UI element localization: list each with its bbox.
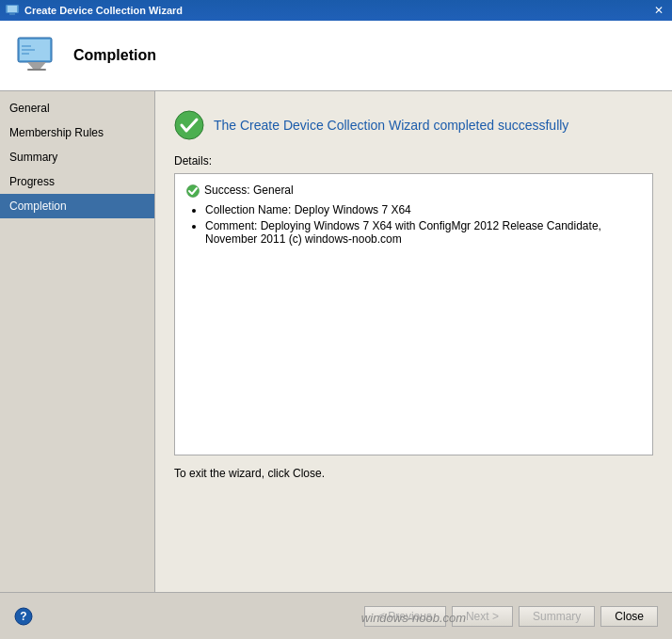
sidebar-item-summary[interactable]: Summary	[0, 145, 154, 169]
wizard-body: General Membership Rules Summary Progres…	[0, 91, 672, 592]
sidebar-item-completion[interactable]: Completion	[0, 194, 154, 218]
success-row: The Create Device Collection Wizard comp…	[174, 110, 653, 140]
detail-success-text: Success: General	[204, 184, 294, 197]
titlebar-title: Create Device Collection Wizard	[24, 5, 183, 16]
sidebar-item-membership-rules[interactable]: Membership Rules	[0, 120, 154, 145]
wizard-header-icon	[14, 33, 59, 78]
help-icon: ?	[14, 607, 33, 626]
svg-rect-2	[9, 13, 15, 15]
success-message: The Create Device Collection Wizard comp…	[214, 118, 568, 133]
svg-marker-6	[27, 62, 46, 69]
wizard-header: Completion	[0, 21, 672, 91]
sidebar-item-progress[interactable]: Progress	[0, 169, 154, 194]
svg-rect-7	[27, 69, 46, 71]
svg-rect-1	[8, 6, 17, 12]
svg-point-11	[175, 111, 203, 139]
sidebar: General Membership Rules Summary Progres…	[0, 91, 155, 592]
details-label: Details:	[174, 154, 653, 168]
list-item: Collection Name: Deploy Windows 7 X64	[205, 203, 641, 216]
close-window-button[interactable]: ✕	[650, 5, 667, 16]
detail-list: Collection Name: Deploy Windows 7 X64 Co…	[205, 203, 641, 246]
small-success-icon	[186, 184, 200, 198]
footer-left: ?	[14, 607, 33, 626]
svg-rect-3	[8, 15, 17, 16]
wizard-header-title: Completion	[73, 47, 156, 64]
details-box: Success: General Collection Name: Deploy…	[174, 173, 653, 455]
list-item: Comment: Deploying Windows 7 X64 with Co…	[205, 219, 641, 246]
exit-text: To exit the wizard, click Close.	[174, 467, 653, 480]
detail-success-row: Success: General	[186, 184, 641, 198]
content-area: The Create Device Collection Wizard comp…	[155, 91, 672, 592]
title-bar: Create Device Collection Wizard ✕	[0, 0, 672, 21]
titlebar-icon	[5, 3, 20, 18]
svg-text:?: ?	[20, 610, 26, 623]
watermark: windows-noob.com	[155, 611, 672, 625]
sidebar-item-general[interactable]: General	[0, 96, 154, 120]
success-icon	[174, 110, 204, 140]
